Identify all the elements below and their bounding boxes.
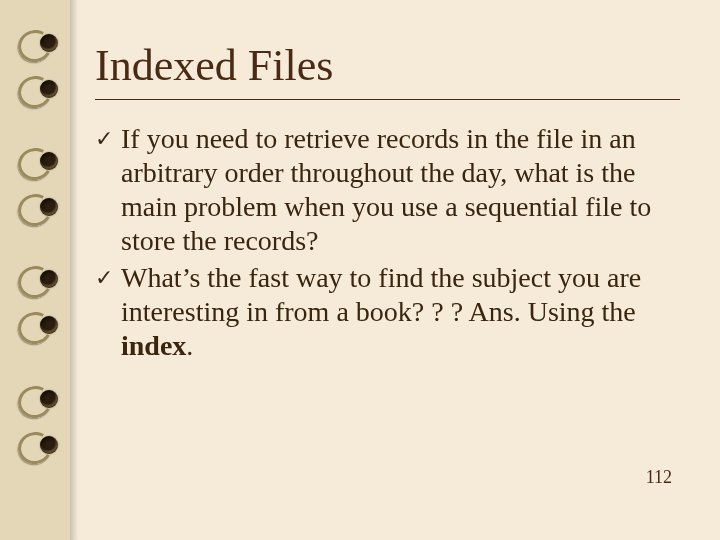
slide-content: Indexed Files If you need to retrieve re…: [95, 40, 680, 520]
bullet-item: If you need to retrieve records in the f…: [95, 122, 680, 259]
binder-ring: [28, 432, 62, 476]
binder-ring: [28, 194, 62, 238]
binder-shadow: [70, 0, 78, 540]
binder-ring: [28, 386, 62, 430]
title-rule: [95, 99, 680, 100]
checkmark-icon: [95, 122, 121, 259]
ring-binder: [0, 0, 70, 540]
bullet-text-pre: What’s the fast way to find the subject …: [121, 262, 641, 327]
binder-ring: [28, 266, 62, 310]
slide-title: Indexed Files: [95, 40, 680, 91]
binder-ring: [28, 312, 62, 356]
page-number: 112: [646, 467, 672, 488]
slide-body: If you need to retrieve records in the f…: [95, 122, 680, 363]
binder-ring: [28, 30, 62, 74]
checkmark-icon: [95, 261, 121, 363]
bullet-text-post: .: [186, 330, 193, 361]
bullet-item: What’s the fast way to find the subject …: [95, 261, 680, 363]
slide: Indexed Files If you need to retrieve re…: [0, 0, 720, 540]
bullet-text: What’s the fast way to find the subject …: [121, 261, 680, 363]
bullet-text-bold: index: [121, 330, 186, 361]
binder-ring: [28, 148, 62, 192]
binder-ring: [28, 76, 62, 120]
bullet-text: If you need to retrieve records in the f…: [121, 122, 680, 259]
